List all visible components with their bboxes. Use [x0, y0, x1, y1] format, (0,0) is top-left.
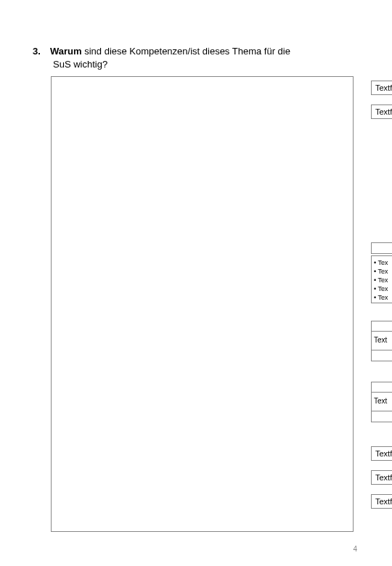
question-text-line2: SuS wichtig? [33, 58, 338, 71]
side-textfield-4[interactable]: Textf [371, 470, 392, 485]
question-number: 3. [33, 45, 50, 58]
main-answer-textarea[interactable] [51, 76, 354, 532]
side-empty-header [371, 242, 392, 254]
bullet-item: Tex [374, 293, 392, 302]
stack-mid-label[interactable]: Text [371, 393, 392, 411]
question-header: 3.Warum sind diese Kompetenzen/ist diese… [33, 45, 338, 70]
stack-bottom [371, 350, 392, 361]
bullet-item: Tex [374, 267, 392, 276]
side-text-stack-2: Text [371, 382, 392, 422]
question-bold-word: Warum [50, 46, 82, 57]
bullet-item: Tex [374, 284, 392, 293]
side-textfield-1[interactable]: Textfel [371, 81, 392, 95]
side-textfield-5[interactable]: Textf [371, 494, 392, 509]
side-textfield-3[interactable]: Textf [371, 446, 392, 461]
bullet-item: Tex [374, 258, 392, 267]
stack-top [371, 382, 392, 393]
side-textfield-2[interactable]: Textfel [371, 104, 392, 119]
stack-mid-label[interactable]: Text [371, 332, 392, 350]
question-text-part1: sind diese Kompetenzen/ist dieses Thema … [82, 46, 290, 57]
bullet-item: Tex [374, 276, 392, 284]
side-text-stack-1: Text [371, 321, 392, 361]
stack-top [371, 321, 392, 332]
stack-bottom [371, 411, 392, 422]
side-bullet-list: Tex Tex Tex Tex Tex [371, 255, 392, 303]
page-number: 4 [353, 545, 357, 553]
